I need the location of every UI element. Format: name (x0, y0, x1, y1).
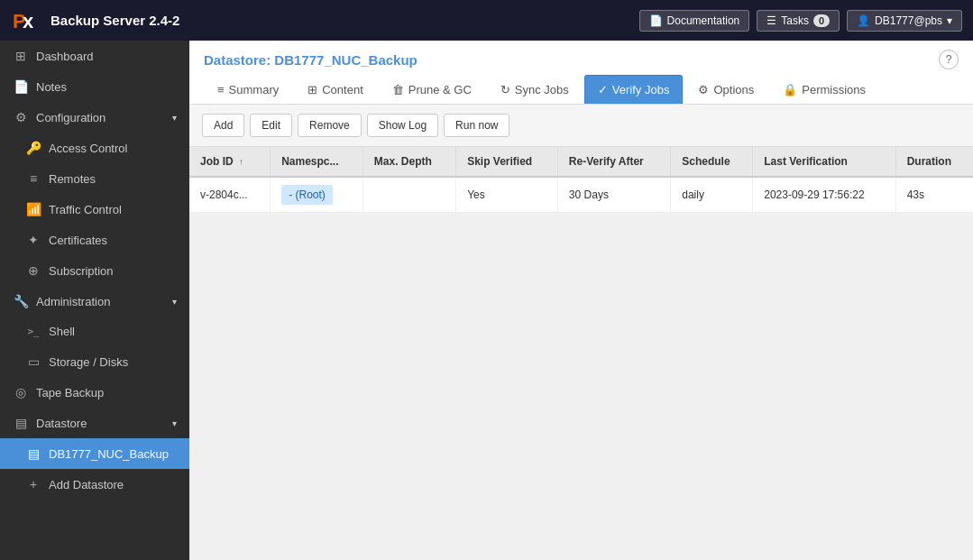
table-row[interactable]: v-2804c... - (Root) Yes (189, 177, 973, 213)
sidebar-item-storage-disks[interactable]: ▭ Storage / Disks (0, 346, 189, 377)
user-menu-button[interactable]: 👤 DB1777@pbs ▾ (847, 10, 962, 32)
tab-content[interactable]: ⊞ Content (294, 75, 377, 104)
tasks-icon: ☰ (766, 14, 776, 27)
cell-namespace: - (Root) (271, 177, 363, 213)
sort-icon: ↑ (239, 157, 243, 167)
col-namespace[interactable]: Namespc... (271, 147, 363, 177)
tab-verify-jobs[interactable]: ✓ Verify Jobs (584, 75, 684, 104)
run-now-button[interactable]: Run now (444, 114, 509, 137)
sync-tab-icon: ↻ (500, 83, 510, 96)
sidebar-item-subscription[interactable]: ⊕ Subscription (0, 255, 189, 286)
tab-summary[interactable]: ≡ Summary (204, 75, 292, 104)
traffic-icon: 📶 (25, 202, 41, 216)
toolbar: Add Edit Remove Show Log Run now (189, 105, 973, 147)
cell-last-verification: 2023-09-29 17:56:22 (753, 177, 895, 213)
content-header: Datastore: DB1777_NUC_Backup ? ≡ Summary… (189, 41, 973, 105)
summary-tab-icon: ≡ (217, 83, 225, 96)
remove-button[interactable]: Remove (298, 114, 362, 137)
sidebar-item-shell[interactable]: >_ Shell (0, 317, 189, 346)
sidebar-section-datastore[interactable]: ▤ Datastore ▾ (0, 408, 189, 438)
datastore-section-icon: ▤ (13, 416, 29, 430)
help-button[interactable]: ? (939, 50, 959, 69)
verify-jobs-table-container: Job ID ↑ Namespc... Max. Depth Skip Veri… (189, 147, 973, 213)
cell-duration: 43s (895, 177, 973, 213)
cell-skip-verified: Yes (456, 177, 558, 213)
namespace-badge: - (Root) (281, 185, 333, 205)
admin-expand-icon: ▾ (172, 297, 177, 307)
add-button[interactable]: Add (202, 114, 244, 137)
tab-permissions[interactable]: 🔒 Permissions (769, 75, 879, 104)
user-icon: 👤 (857, 14, 870, 27)
sidebar-section-administration[interactable]: 🔧 Administration ▾ (0, 286, 189, 317)
sidebar-item-dashboard[interactable]: ⊞ Dashboard (0, 41, 189, 71)
cell-job-id: v-2804c... (189, 177, 271, 213)
configuration-submenu: 🔑 Access Control ≡ Remotes 📶 Traffic Con… (0, 133, 189, 286)
content-area: Datastore: DB1777_NUC_Backup ? ≡ Summary… (189, 41, 973, 560)
tape-icon: ◎ (13, 385, 29, 399)
tasks-count-badge: 0 (813, 14, 830, 27)
chevron-down-icon: ▾ (947, 14, 952, 27)
tab-options[interactable]: ⚙ Options (684, 75, 767, 104)
tasks-button[interactable]: ☰ Tasks 0 (757, 10, 840, 32)
col-max-depth[interactable]: Max. Depth (363, 147, 455, 177)
col-schedule[interactable]: Schedule (671, 147, 753, 177)
verify-tab-icon: ✓ (598, 83, 608, 96)
administration-submenu: >_ Shell ▭ Storage / Disks (0, 317, 189, 377)
datastore-title: Datastore: DB1777_NUC_Backup (204, 52, 418, 68)
sidebar-item-remotes[interactable]: ≡ Remotes (0, 163, 189, 194)
admin-icon: 🔧 (13, 294, 29, 308)
remotes-icon: ≡ (25, 171, 41, 186)
col-skip-verified[interactable]: Skip Verified (456, 147, 558, 177)
tab-sync-jobs[interactable]: ↻ Sync Jobs (487, 75, 583, 104)
documentation-button[interactable]: 📄 Documentation (639, 10, 750, 32)
config-expand-icon: ▾ (172, 113, 177, 123)
certificates-icon: ✦ (25, 233, 41, 247)
datastore-submenu: ▤ DB1777_NUC_Backup + Add Datastore (0, 438, 189, 500)
tab-bar: ≡ Summary ⊞ Content 🗑 Prune & GC ↻ Sync … (204, 75, 959, 104)
notes-icon: 📄 (13, 79, 29, 94)
permissions-tab-icon: 🔒 (783, 83, 797, 96)
sidebar-item-traffic-control[interactable]: 📶 Traffic Control (0, 194, 189, 225)
col-last-verification[interactable]: Last Verification (753, 147, 895, 177)
edit-button[interactable]: Edit (250, 114, 292, 137)
sidebar-item-tape-backup[interactable]: ◎ Tape Backup (0, 377, 189, 408)
shell-icon: >_ (25, 326, 41, 337)
proxmox-logo: P x (11, 5, 43, 37)
cell-re-verify-after: 30 Days (557, 177, 670, 213)
verify-jobs-table: Job ID ↑ Namespc... Max. Depth Skip Veri… (189, 147, 973, 213)
sidebar-item-notes[interactable]: 📄 Notes (0, 71, 189, 102)
sidebar-item-certificates[interactable]: ✦ Certificates (0, 225, 189, 255)
sidebar-item-access-control[interactable]: 🔑 Access Control (0, 133, 189, 163)
svg-text:x: x (23, 10, 34, 32)
sidebar-item-add-datastore[interactable]: + Add Datastore (0, 469, 189, 500)
sidebar-item-db1777[interactable]: ▤ DB1777_NUC_Backup (0, 438, 189, 469)
storage-icon: ▭ (25, 354, 41, 369)
col-job-id[interactable]: Job ID ↑ (189, 147, 271, 177)
tab-prune-gc[interactable]: 🗑 Prune & GC (379, 75, 485, 104)
col-duration[interactable]: Duration (895, 147, 973, 177)
cell-schedule: daily (671, 177, 753, 213)
content-tab-icon: ⊞ (308, 83, 317, 96)
logo-area: P x Backup Server 2.4-2 (11, 5, 179, 37)
access-control-icon: 🔑 (25, 141, 41, 155)
config-icon: ⚙ (13, 110, 29, 124)
options-tab-icon: ⚙ (698, 83, 709, 96)
dashboard-icon: ⊞ (13, 49, 29, 63)
sidebar: ⊞ Dashboard 📄 Notes ⚙ Configuration ▾ 🔑 … (0, 41, 189, 560)
prune-tab-icon: 🗑 (392, 83, 404, 96)
col-re-verify-after[interactable]: Re-Verify After (557, 147, 670, 177)
subscription-icon: ⊕ (25, 263, 41, 278)
sidebar-section-configuration[interactable]: ⚙ Configuration ▾ (0, 102, 189, 133)
datastore-item-icon: ▤ (25, 446, 41, 461)
datastore-expand-icon: ▾ (172, 418, 177, 428)
cell-max-depth (363, 177, 455, 213)
doc-icon: 📄 (649, 14, 663, 27)
show-log-button[interactable]: Show Log (367, 114, 438, 137)
add-datastore-icon: + (25, 477, 41, 491)
app-title: Backup Server 2.4-2 (50, 13, 179, 28)
